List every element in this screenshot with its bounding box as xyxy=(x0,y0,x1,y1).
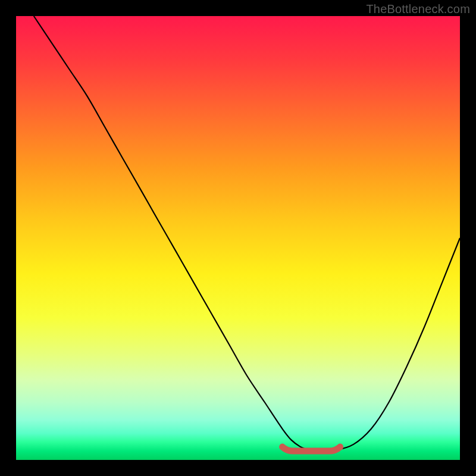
optimal-range-marker xyxy=(283,447,340,451)
curve-svg xyxy=(16,16,460,460)
bottleneck-curve xyxy=(34,16,460,451)
watermark-text: TheBottleneck.com xyxy=(366,2,470,16)
chart-stage: TheBottleneck.com xyxy=(0,0,476,476)
plot-area xyxy=(16,16,460,460)
